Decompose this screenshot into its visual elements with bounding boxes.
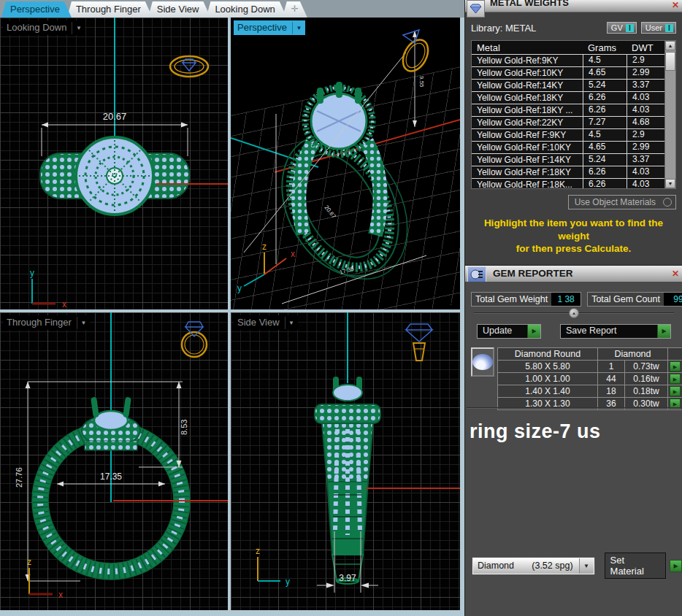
- svg-text:y: y: [30, 268, 34, 278]
- jewelry-cad-app: Perspective Through Finger Side View Loo…: [0, 0, 682, 616]
- material-name: Diamond: [478, 561, 514, 571]
- save-report-button[interactable]: Save Report ▶: [560, 324, 671, 339]
- perspective-drawing: 9.55 20.67 17.35 z y x: [231, 18, 460, 309]
- total-gem-weight: Total Gem Weight 1 38: [471, 292, 581, 307]
- gem-size: 5.80 X 5.80: [498, 361, 597, 372]
- metal-row[interactable]: Yellow Gold-Ref F:9KY4.52.9: [472, 128, 664, 141]
- gem-size: 1.40 X 1.40: [498, 385, 597, 397]
- viewport-label-through-finger[interactable]: Through Finger ▼: [3, 315, 90, 330]
- viewport-perspective[interactable]: 9.55 20.67 17.35 z y x Perspective ▼: [231, 18, 460, 309]
- set-material-control: Set Material ▶: [605, 553, 682, 579]
- svg-text:3.97: 3.97: [339, 573, 356, 583]
- metal-row[interactable]: Yellow Gold-Ref:9KY4.52.9: [472, 54, 664, 66]
- svg-text:x: x: [62, 299, 66, 309]
- side-panel: METAL WEIGHTS ✕ Library: METAL GVI UserI: [464, 0, 682, 616]
- through-finger-drawing: 27.76 8.53 17.35 z x: [0, 312, 228, 610]
- viewport-through-finger[interactable]: 27.76 8.53 17.35 z x: [0, 312, 228, 610]
- svg-text:27.76: 27.76: [15, 467, 23, 488]
- metal-row[interactable]: Yellow Gold-Ref F:14KY5.243.37: [472, 153, 664, 166]
- svg-text:z: z: [262, 242, 267, 252]
- ring-size-note: ring size-7 us: [470, 420, 601, 443]
- gv-indicator: I: [626, 24, 634, 32]
- chevron-down-icon[interactable]: ▼: [292, 22, 305, 34]
- metal-weights-body: Library: METAL GVI UserI MetalGramsDWT Y…: [465, 12, 682, 266]
- metal-row[interactable]: Yellow Gold-Ref F:18K...6.264.03: [472, 178, 664, 188]
- gv-toggle-button[interactable]: GVI: [607, 22, 637, 34]
- user-indicator: I: [665, 24, 673, 32]
- svg-text:z: z: [27, 557, 31, 567]
- tab-through-finger[interactable]: Through Finger: [67, 1, 153, 18]
- ring-style-icon: [182, 322, 207, 357]
- update-button[interactable]: Update ▶: [477, 324, 541, 339]
- chevron-down-icon[interactable]: ▼: [579, 558, 594, 574]
- material-dropdown[interactable]: Diamond (3.52 spg) ▼: [472, 558, 594, 574]
- viewport-label-text: Through Finger: [3, 315, 77, 330]
- total-gem-count-value: 99: [664, 293, 682, 306]
- viewport-label-perspective[interactable]: Perspective ▼: [234, 20, 305, 35]
- looking-down-drawing: 20.67 y x: [0, 18, 228, 309]
- material-controls: Diamond (3.52 spg) ▼ Set Material ▶: [472, 553, 682, 579]
- metal-table-header: MetalGramsDWT: [472, 41, 664, 54]
- gem-row-play-button[interactable]: ▶: [670, 374, 681, 384]
- total-gem-count: Total Gem Count 99: [587, 292, 682, 307]
- viewport-side-view[interactable]: 3.97 z y Side View ▼: [231, 312, 460, 610]
- use-object-materials-toggle[interactable]: Use Object Materials: [568, 195, 676, 209]
- chevron-down-icon[interactable]: ▼: [77, 317, 90, 329]
- user-toggle-button[interactable]: UserI: [641, 22, 676, 34]
- viewport-splitter-horizontal[interactable]: [0, 309, 464, 312]
- axis-indicator: y x: [30, 268, 66, 309]
- panel-title: METAL WEIGHTS: [490, 0, 569, 8]
- panel-title: GEM REPORTER: [493, 268, 573, 279]
- metal-row[interactable]: Yellow Gold-Ref:10KY4.652.99: [472, 66, 664, 79]
- gem-row-play-button[interactable]: ▶: [670, 386, 681, 396]
- metal-row[interactable]: Yellow Gold-Ref:14KY5.243.37: [472, 79, 664, 91]
- gem-header-spacer: [668, 348, 682, 360]
- chevron-down-icon[interactable]: ▼: [285, 317, 298, 329]
- gem-count: 18: [598, 385, 624, 397]
- gem-weight: 0.73tw: [625, 361, 667, 372]
- collapse-knob[interactable]: ▲: [569, 308, 579, 318]
- scroll-up-icon[interactable]: ▲: [665, 41, 675, 50]
- viewport-label-side-view[interactable]: Side View ▼: [234, 315, 298, 330]
- metal-weights-titlebar: METAL WEIGHTS ✕: [465, 0, 682, 12]
- material-spg: (3.52 spg): [532, 561, 572, 571]
- viewport-label-looking-down[interactable]: Looking Down ▼: [3, 20, 85, 35]
- metal-row[interactable]: Yellow Gold-Ref:18KY6.264.03: [472, 91, 664, 104]
- calculate-instruction: Highlight the item you want to find the …: [471, 217, 676, 255]
- add-tab-button[interactable]: ✛: [283, 1, 307, 18]
- close-icon[interactable]: ✕: [672, 0, 679, 10]
- gem-col-header: Diamond Round: [498, 348, 597, 360]
- viewport-label-text: Side View: [234, 315, 285, 330]
- gem-weight: 0.18tw: [625, 385, 667, 397]
- svg-text:20.67: 20.67: [323, 204, 337, 220]
- ring-style-icon: [170, 56, 208, 77]
- tab-perspective[interactable]: Perspective: [1, 1, 72, 18]
- svg-text:17.35: 17.35: [339, 265, 355, 276]
- ring-3d-wireframe: [259, 82, 431, 299]
- panel-separator: ▲: [474, 312, 674, 314]
- close-icon[interactable]: ✕: [672, 269, 679, 279]
- tab-side-view[interactable]: Side View: [148, 1, 211, 18]
- viewport-splitter-vertical[interactable]: [228, 18, 231, 610]
- metal-table-scrollbar[interactable]: ▲ ▼: [664, 41, 675, 188]
- metal-row[interactable]: Yellow Gold-Ref F:10KY4.652.99: [472, 141, 664, 153]
- metal-row[interactable]: Yellow Gold-Ref F:18KY6.264.03: [472, 166, 664, 178]
- play-icon[interactable]: ▶: [670, 560, 682, 572]
- gem-col-header: Diamond: [598, 348, 667, 360]
- metal-row[interactable]: Yellow Gold-Ref:18KY ...6.264.03: [472, 104, 664, 116]
- scrollbar-thumb[interactable]: [665, 52, 675, 71]
- set-material-button[interactable]: Set Material: [605, 553, 667, 579]
- gem-count: 1: [598, 361, 624, 372]
- svg-text:8.53: 8.53: [180, 420, 188, 435]
- radio-icon: [663, 198, 672, 207]
- gem-row-play-button[interactable]: ▶: [670, 361, 681, 371]
- ring-side-wireframe: [315, 377, 380, 584]
- viewport-looking-down[interactable]: 20.67 y x Looking Down ▼: [0, 18, 228, 309]
- tab-looking-down[interactable]: Looking Down: [206, 1, 286, 18]
- metal-row[interactable]: Yellow Gold-Ref:22KY7.274.68: [472, 116, 664, 128]
- svg-text:x: x: [58, 590, 63, 600]
- gem-table: Diamond Round Diamond 5.80 X 5.80 1 0.73…: [497, 347, 682, 410]
- gem-count: 44: [598, 373, 624, 385]
- scroll-down-icon[interactable]: ▼: [665, 179, 675, 188]
- chevron-down-icon[interactable]: ▼: [72, 22, 85, 34]
